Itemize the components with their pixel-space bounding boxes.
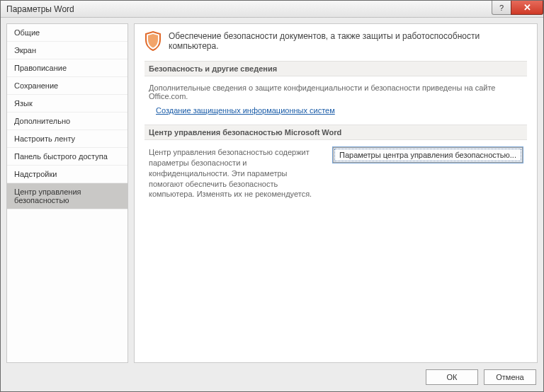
- sidebar-item-proofing[interactable]: Правописание: [7, 59, 128, 77]
- sidebar-item-advanced[interactable]: Дополнительно: [7, 113, 128, 130]
- close-button[interactable]: ✕: [511, 1, 543, 15]
- sidebar-item-language[interactable]: Язык: [7, 95, 128, 113]
- sidebar-item-label: Настроить ленту: [14, 134, 75, 143]
- sidebar-item-save[interactable]: Сохранение: [7, 77, 128, 95]
- trust-center-settings-button[interactable]: Параметры центра управления безопасность…: [333, 147, 523, 163]
- sidebar-item-trust-center[interactable]: Центр управления безопасностью: [7, 183, 128, 209]
- section-heading-security: Безопасность и другие сведения: [144, 61, 527, 76]
- section-heading-trust: Центр управления безопасностью Microsoft…: [144, 125, 527, 140]
- sidebar-item-label: Надстройки: [14, 170, 57, 178]
- dialog-window: Параметры Word ? ✕ Общие Экран Правописа…: [0, 0, 544, 392]
- trust-row: Центр управления безопасностью содержит …: [144, 147, 527, 200]
- section-body-security: Дополнительные сведения о защите конфиде…: [144, 83, 527, 125]
- sidebar-item-label: Дополнительно: [14, 117, 70, 125]
- sidebar-item-quick-access[interactable]: Панель быстрого доступа: [7, 148, 128, 166]
- sidebar-item-addins[interactable]: Надстройки: [7, 166, 128, 183]
- security-body-text: Дополнительные сведения о защите конфиде…: [149, 83, 523, 100]
- hero-row: Обеспечение безопасности документов, а т…: [144, 31, 527, 51]
- sidebar-item-display[interactable]: Экран: [7, 42, 128, 59]
- sidebar-item-label: Язык: [14, 99, 33, 108]
- help-button[interactable]: ?: [492, 1, 511, 15]
- sidebar: Общие Экран Правописание Сохранение Язык…: [6, 23, 128, 363]
- window-buttons: ? ✕: [492, 1, 543, 15]
- sidebar-item-label: Экран: [14, 46, 36, 54]
- ok-button[interactable]: ОК: [426, 369, 478, 385]
- sidebar-item-label: Центр управления безопасностью: [14, 188, 81, 204]
- sidebar-item-label: Сохранение: [14, 81, 58, 90]
- titlebar: Параметры Word ? ✕: [1, 1, 543, 18]
- sidebar-item-label: Общие: [14, 28, 40, 37]
- content-pane: Обеспечение безопасности документов, а т…: [134, 23, 538, 363]
- trust-body-text: Центр управления безопасностью содержит …: [149, 147, 323, 200]
- hero-text: Обеспечение безопасности документов, а т…: [169, 31, 527, 51]
- shield-icon: [144, 31, 162, 51]
- sidebar-item-label: Панель быстрого доступа: [14, 152, 108, 161]
- sidebar-item-general[interactable]: Общие: [7, 24, 128, 42]
- cancel-button[interactable]: Отмена: [484, 369, 536, 385]
- sidebar-item-customize-ribbon[interactable]: Настроить ленту: [7, 130, 128, 148]
- security-link[interactable]: Создание защищенных информационных систе…: [156, 106, 335, 115]
- dialog-body: Общие Экран Правописание Сохранение Язык…: [1, 18, 543, 363]
- sidebar-item-label: Правописание: [14, 64, 67, 72]
- window-title: Параметры Word: [6, 4, 74, 14]
- dialog-footer: ОК Отмена: [1, 363, 543, 391]
